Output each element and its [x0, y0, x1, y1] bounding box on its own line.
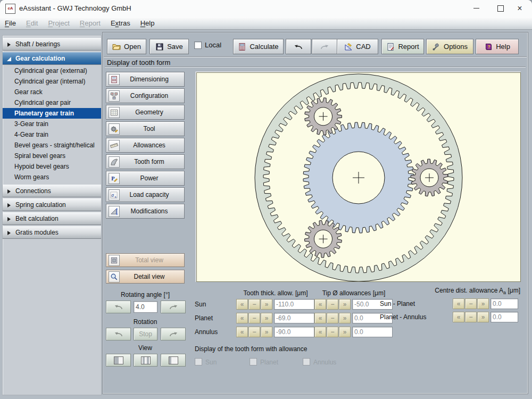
- sidebar-item-3-gear-train[interactable]: 3-Gear train: [3, 119, 101, 129]
- menu-extras[interactable]: Extras: [111, 19, 130, 27]
- view-left-button[interactable]: [106, 354, 131, 367]
- detail-view-button[interactable]: Detail view: [106, 270, 185, 284]
- tooth-thickness-sun-reset-button[interactable]: −: [248, 299, 260, 310]
- menu-report: Report: [80, 19, 101, 27]
- centre-distance-planet-annulus-field[interactable]: [491, 312, 518, 322]
- sidebar-header-shaft-bearings[interactable]: Shaft / bearings: [3, 38, 101, 51]
- tip-diameter-header: Tip Ø allowances [μm]: [314, 289, 393, 297]
- tooth-form-button[interactable]: Tooth form: [106, 154, 185, 169]
- sidebar-item-spiral-bevel-gears[interactable]: Spiral bevel gears: [3, 151, 101, 161]
- tooth-thickness-annulus-decrease-button[interactable]: «: [236, 327, 248, 337]
- detail-view-label: Detail view: [120, 273, 179, 280]
- minimize-button[interactable]: [467, 0, 485, 16]
- menu-edit: Edit: [26, 19, 38, 27]
- rotate-cw-step-button[interactable]: [161, 301, 186, 313]
- help-button[interactable]: ? Help: [476, 39, 519, 54]
- rotate-ccw-step-button[interactable]: [106, 301, 131, 313]
- geometry-button[interactable]: Geometry: [106, 105, 185, 120]
- tip-diameter-sun-decrease-button[interactable]: «: [314, 299, 326, 310]
- sidebar-header-gear-calculation[interactable]: Gear calculation: [3, 52, 101, 65]
- centre-distance-planet-annulus-increase-button[interactable]: »: [477, 312, 489, 322]
- configuration-button[interactable]: Configuration: [106, 88, 185, 103]
- allowances-ruler-icon: [109, 140, 120, 151]
- application-window: eA eAssistant - GWJ Technology GmbH × Fi…: [0, 0, 532, 399]
- display-annulus-label: Annulus: [313, 359, 336, 366]
- power-button[interactable]: P Power: [106, 171, 185, 186]
- tooth-thickness-planet-field[interactable]: [274, 313, 314, 323]
- sidebar-item-cylindrical-gear-internal[interactable]: Cylindrical gear (internal): [3, 76, 101, 87]
- local-checkbox[interactable]: [194, 41, 202, 49]
- centre-distance-sun-planet-field[interactable]: [491, 298, 518, 309]
- tip-diameter-annulus-field[interactable]: [352, 327, 393, 337]
- window-title: eAssistant - GWJ Technology GmbH: [19, 4, 131, 12]
- centre-distance-sun-planet-increase-button[interactable]: »: [477, 298, 489, 309]
- tip-diameter-sun-reset-button[interactable]: −: [327, 299, 338, 310]
- local-label: Local: [205, 41, 221, 49]
- tip-diameter-annulus-increase-button[interactable]: »: [339, 327, 351, 337]
- options-button[interactable]: Options: [426, 39, 473, 54]
- sidebar-item-bevel-gears[interactable]: Bevel gears - straight/helical: [3, 140, 101, 151]
- tooth-thickness-planet-decrease-button[interactable]: «: [236, 313, 248, 323]
- allowances-button[interactable]: Allowances: [106, 138, 185, 153]
- total-view-label: Total view: [120, 256, 179, 264]
- view-split-button[interactable]: [134, 354, 157, 367]
- tooth-thickness-planet-increase-button[interactable]: »: [261, 313, 272, 323]
- tooth-thickness-sun-increase-button[interactable]: »: [261, 299, 272, 310]
- tip-diameter-sun-increase-button[interactable]: »: [339, 299, 351, 310]
- sidebar-item-gear-rack[interactable]: Gear rack: [3, 87, 101, 97]
- sidebar-item-hypoid-bevel-gears[interactable]: Hypoid bevel gears: [3, 161, 101, 172]
- tip-diameter-planet-reset-button[interactable]: −: [327, 313, 338, 323]
- rotating-angle-input[interactable]: [134, 301, 157, 313]
- cad-button[interactable]: CAD: [337, 39, 378, 54]
- title-bar: eA eAssistant - GWJ Technology GmbH ×: [0, 0, 532, 17]
- display-sun-checkbox: [195, 358, 202, 365]
- tooth-thickness-sun-field[interactable]: [274, 299, 314, 310]
- svg-text:?: ?: [488, 44, 491, 49]
- sidebar-header-spring-calculation[interactable]: Spring calculation: [3, 198, 101, 211]
- power-label: Power: [120, 174, 179, 182]
- tooth-thickness-annulus-reset-button[interactable]: −: [248, 327, 260, 337]
- sidebar-item-worm-gears[interactable]: Worm gears: [3, 172, 101, 182]
- save-button[interactable]: Save: [149, 39, 189, 54]
- tip-diameter-planet-decrease-button[interactable]: «: [314, 313, 326, 323]
- dimensioning-button[interactable]: Dimensioning: [106, 72, 185, 87]
- close-button[interactable]: ×: [511, 0, 529, 16]
- view-label: View: [106, 344, 185, 352]
- menu-file[interactable]: File: [5, 19, 16, 27]
- tooth-thickness-annulus-increase-button[interactable]: »: [261, 327, 272, 337]
- sidebar-item-cylindrical-gear-pair[interactable]: Cylindrical gear pair: [3, 97, 101, 108]
- centre-distance-sun-planet-reset-button[interactable]: −: [465, 298, 477, 309]
- tooth-thickness-sun-decrease-button[interactable]: «: [236, 299, 248, 310]
- open-button[interactable]: Open: [107, 39, 146, 54]
- rotation-cw-button[interactable]: [161, 328, 186, 340]
- sidebar-item-4-gear-train[interactable]: 4-Gear train: [3, 129, 101, 140]
- centre-distance-sun-planet-decrease-button[interactable]: «: [453, 298, 464, 309]
- rotation-ccw-button[interactable]: [106, 328, 131, 340]
- sidebar-item-cylindrical-gear-external[interactable]: Cylindrical gear (external): [3, 65, 101, 76]
- view-right-button[interactable]: [161, 354, 186, 367]
- sidebar-header-gratis-modules[interactable]: Gratis modules: [3, 226, 101, 239]
- total-view-icon: [109, 255, 120, 266]
- chevron-right-icon: [7, 203, 11, 207]
- load-capacity-button[interactable]: σx Load capacity: [106, 187, 185, 202]
- sidebar-item-planetary-gear-train[interactable]: Planetary gear train: [3, 108, 101, 119]
- tooth-form-icon: [109, 156, 120, 168]
- tip-diameter-planet-increase-button[interactable]: »: [339, 313, 351, 323]
- calculate-button[interactable]: Calculate: [233, 39, 284, 54]
- maximize-button[interactable]: [492, 0, 510, 16]
- report-button[interactable]: Report: [381, 39, 424, 54]
- svg-text:σ: σ: [111, 192, 114, 197]
- tooth-form-canvas: [196, 72, 521, 282]
- centre-distance-planet-annulus-decrease-button[interactable]: «: [453, 312, 464, 322]
- tooth-thickness-planet-reset-button[interactable]: −: [248, 313, 260, 323]
- tip-diameter-annulus-decrease-button[interactable]: «: [314, 327, 326, 337]
- undo-button[interactable]: [286, 39, 311, 54]
- centre-distance-planet-annulus-reset-button[interactable]: −: [465, 312, 477, 322]
- tool-button[interactable]: Tool: [106, 121, 185, 136]
- tip-diameter-annulus-reset-button[interactable]: −: [327, 327, 338, 337]
- tooth-thickness-annulus-field[interactable]: [274, 327, 314, 337]
- menu-help[interactable]: Help: [140, 19, 155, 27]
- modifications-button[interactable]: Modifications: [106, 204, 185, 219]
- sidebar-header-belt-calculation[interactable]: Belt calculation: [3, 212, 101, 225]
- sidebar-header-connections[interactable]: Connections: [3, 185, 101, 197]
